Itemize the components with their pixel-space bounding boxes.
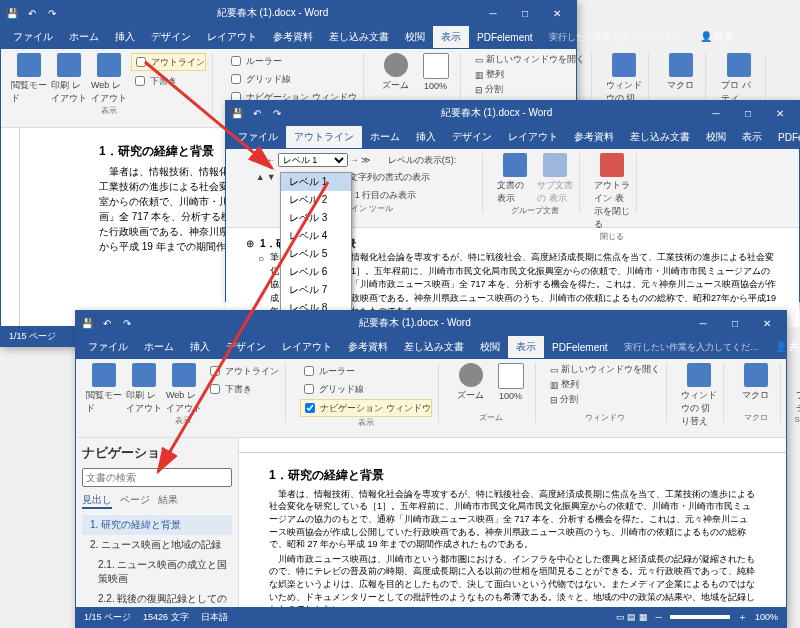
draft-checkbox[interactable]: 下書き bbox=[131, 73, 206, 89]
level-select[interactable]: レベル 1 bbox=[278, 153, 348, 167]
nav-item[interactable]: 2. ニュース映画と地域の記録 bbox=[82, 535, 232, 555]
redo-icon[interactable]: ↷ bbox=[120, 316, 134, 330]
print-layout-button[interactable]: 印刷 レイアウト bbox=[51, 53, 87, 105]
web-layout-button[interactable]: Web レイアウト bbox=[91, 53, 127, 105]
properties-button[interactable]: プロ パティ bbox=[796, 363, 800, 415]
tab-design[interactable]: デザイン bbox=[444, 126, 500, 148]
nav-tab-headings[interactable]: 見出し bbox=[82, 493, 112, 509]
promote-icon[interactable]: ← bbox=[267, 155, 276, 165]
navpane-checkbox[interactable]: ナビゲーション ウィンドウ bbox=[300, 399, 432, 417]
tab-home[interactable]: ホーム bbox=[136, 336, 182, 358]
tab-insert[interactable]: 挿入 bbox=[408, 126, 444, 148]
layout-icons[interactable]: ▭ ▤ ▦ bbox=[616, 612, 648, 622]
nav-tab-results[interactable]: 結果 bbox=[158, 493, 178, 509]
read-mode-button[interactable]: 閲覧モード bbox=[11, 53, 47, 105]
zoom-button[interactable]: ズーム bbox=[378, 53, 414, 92]
demote-body-icon[interactable]: ≫ bbox=[361, 155, 370, 165]
tab-insert[interactable]: 挿入 bbox=[182, 336, 218, 358]
close-icon[interactable]: ✕ bbox=[765, 103, 795, 123]
tab-layout[interactable]: レイアウト bbox=[199, 26, 265, 48]
save-icon[interactable]: 💾 bbox=[230, 106, 244, 120]
promote-top-icon[interactable]: ≪ bbox=[256, 155, 265, 165]
redo-icon[interactable]: ↷ bbox=[45, 6, 59, 20]
new-window-button[interactable]: ▭ 新しいウィンドウを開く bbox=[550, 363, 660, 376]
save-icon[interactable]: 💾 bbox=[80, 316, 94, 330]
tab-mailings[interactable]: 差し込み文書 bbox=[321, 26, 397, 48]
close-outline-button[interactable]: アウトライン 表示を閉じる bbox=[594, 153, 630, 231]
tab-review[interactable]: 校閲 bbox=[397, 26, 433, 48]
undo-icon[interactable]: ↶ bbox=[100, 316, 114, 330]
maximize-icon[interactable]: □ bbox=[733, 103, 763, 123]
macro-button[interactable]: マクロ bbox=[663, 53, 699, 92]
zoom-slider[interactable] bbox=[670, 615, 730, 619]
gridlines-checkbox[interactable]: グリッド線 bbox=[300, 381, 432, 397]
tab-layout[interactable]: レイアウト bbox=[500, 126, 566, 148]
page-status[interactable]: 1/15 ページ bbox=[9, 330, 56, 343]
macro-button[interactable]: マクロ bbox=[738, 363, 774, 402]
share-button[interactable]: 👤 共有 bbox=[767, 336, 800, 358]
horizontal-ruler[interactable] bbox=[239, 438, 786, 453]
level-option[interactable]: レベル 4 bbox=[281, 227, 351, 245]
tab-references[interactable]: 参考資料 bbox=[566, 126, 622, 148]
tab-pdf[interactable]: PDFelement bbox=[544, 338, 616, 357]
tab-file[interactable]: ファイル bbox=[230, 126, 286, 148]
outline-bullet-icon[interactable]: ⊕ bbox=[246, 236, 254, 251]
maximize-icon[interactable]: □ bbox=[720, 313, 750, 333]
arrange-button[interactable]: ▥ 整列 bbox=[550, 378, 660, 391]
tab-outline[interactable]: アウトライン bbox=[286, 126, 362, 148]
split-button[interactable]: ⊟ 分割 bbox=[550, 393, 660, 406]
word-count[interactable]: 15426 文字 bbox=[143, 611, 189, 624]
properties-button[interactable]: プロ パティ bbox=[721, 53, 757, 105]
show-document-button[interactable]: 文書の 表示 bbox=[497, 153, 533, 205]
close-icon[interactable]: ✕ bbox=[752, 313, 782, 333]
demote-icon[interactable]: → bbox=[350, 155, 359, 165]
tab-view[interactable]: 表示 bbox=[734, 126, 770, 148]
tab-references[interactable]: 参考資料 bbox=[340, 336, 396, 358]
outline-checkbox[interactable]: アウトライン bbox=[206, 363, 279, 379]
tab-design[interactable]: デザイン bbox=[143, 26, 199, 48]
share-button[interactable]: 👤 共有 bbox=[692, 26, 743, 48]
page-status[interactable]: 1/15 ページ bbox=[84, 611, 131, 624]
split-button[interactable]: ⊟ 分割 bbox=[475, 83, 585, 96]
minimize-icon[interactable]: ─ bbox=[688, 313, 718, 333]
tab-home[interactable]: ホーム bbox=[362, 126, 408, 148]
minimize-icon[interactable]: ─ bbox=[478, 3, 508, 23]
tab-pdf[interactable]: PDFelement bbox=[469, 28, 541, 47]
draft-checkbox[interactable]: 下書き bbox=[206, 381, 279, 397]
zoom-100-button[interactable]: 100% bbox=[493, 363, 529, 401]
gridlines-checkbox[interactable]: グリッド線 bbox=[227, 71, 357, 87]
read-mode-button[interactable]: 閲覧モード bbox=[86, 363, 122, 415]
tab-mailings[interactable]: 差し込み文書 bbox=[396, 336, 472, 358]
save-icon[interactable]: 💾 bbox=[5, 6, 19, 20]
tab-home[interactable]: ホーム bbox=[61, 26, 107, 48]
tab-file[interactable]: ファイル bbox=[5, 26, 61, 48]
zoom-button[interactable]: ズーム bbox=[453, 363, 489, 402]
level-option[interactable]: レベル 3 bbox=[281, 209, 351, 227]
nav-item[interactable]: 2.1. ニュース映画の成立と国策映画 bbox=[82, 555, 232, 589]
new-window-button[interactable]: ▭ 新しいウィンドウを開く bbox=[475, 53, 585, 66]
print-layout-button[interactable]: 印刷 レイアウト bbox=[126, 363, 162, 415]
tell-me[interactable]: 実行したい作業を入力してくだ… bbox=[616, 337, 767, 358]
tab-review[interactable]: 校閲 bbox=[472, 336, 508, 358]
tab-pdf[interactable]: PDFelement bbox=[770, 128, 800, 147]
tab-file[interactable]: ファイル bbox=[80, 336, 136, 358]
level-option[interactable]: レベル 6 bbox=[281, 263, 351, 281]
document-pane[interactable]: 1．研究の経緯と背景 筆者は、情報技術、情報化社会論を専攻するが、特に戦後社会、… bbox=[239, 438, 786, 616]
move-down-icon[interactable]: ▼ bbox=[267, 172, 276, 182]
ruler-checkbox[interactable]: ルーラー bbox=[227, 53, 357, 69]
nav-item[interactable]: 1. 研究の経緯と背景 bbox=[82, 515, 232, 535]
undo-icon[interactable]: ↶ bbox=[25, 6, 39, 20]
ruler-checkbox[interactable]: ルーラー bbox=[300, 363, 432, 379]
level-option[interactable]: レベル 5 bbox=[281, 245, 351, 263]
level-option[interactable]: レベル 1 bbox=[281, 173, 351, 191]
redo-icon[interactable]: ↷ bbox=[270, 106, 284, 120]
zoom-out-icon[interactable]: ─ bbox=[656, 612, 662, 622]
move-up-icon[interactable]: ▲ bbox=[256, 172, 265, 182]
web-layout-button[interactable]: Web レイアウト bbox=[166, 363, 202, 415]
tab-design[interactable]: デザイン bbox=[218, 336, 274, 358]
tab-mailings[interactable]: 差し込み文書 bbox=[622, 126, 698, 148]
outline-checkbox[interactable]: アウトライン bbox=[131, 53, 206, 71]
maximize-icon[interactable]: □ bbox=[510, 3, 540, 23]
subdoc-button[interactable]: サブ文書の 表示 bbox=[537, 153, 573, 205]
undo-icon[interactable]: ↶ bbox=[250, 106, 264, 120]
